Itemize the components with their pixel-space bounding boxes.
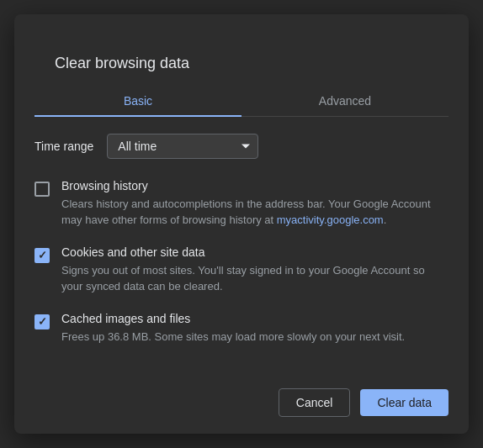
cookies-checkbox[interactable]: ✓ — [34, 248, 50, 263]
tab-bar: Basic Advanced — [34, 86, 448, 117]
time-range-select[interactable]: Last hour Last 24 hours Last 7 days Last… — [107, 134, 258, 159]
cached-title: Cached images and files — [61, 312, 448, 325]
time-range-row: Time range Last hour Last 24 hours Last … — [34, 134, 448, 159]
tab-advanced[interactable]: Advanced — [242, 86, 448, 116]
dialog-body: Time range Last hour Last 24 hours Last … — [14, 117, 469, 379]
browsing-history-checkbox[interactable] — [34, 182, 50, 197]
browsing-history-content: Browsing history Clears history and auto… — [61, 179, 448, 229]
browsing-history-title: Browsing history — [61, 179, 448, 192]
cancel-button[interactable]: Cancel — [279, 388, 351, 417]
cookies-item: ✓ Cookies and other site data Signs you … — [34, 245, 448, 295]
browsing-history-item: Browsing history Clears history and auto… — [34, 179, 448, 229]
cookies-title: Cookies and other site data — [61, 245, 448, 259]
cached-item: ✓ Cached images and files Frees up 36.8 … — [34, 312, 448, 345]
cookies-checkmark: ✓ — [38, 250, 47, 261]
clear-data-button[interactable]: Clear data — [360, 389, 448, 416]
cached-content: Cached images and files Frees up 36.8 MB… — [61, 312, 448, 345]
time-range-label: Time range — [34, 140, 93, 153]
cached-checkbox[interactable]: ✓ — [34, 314, 50, 329]
cookies-checkbox-wrapper[interactable]: ✓ — [34, 248, 50, 263]
tab-basic[interactable]: Basic — [34, 86, 242, 116]
browsing-history-checkbox-wrapper[interactable] — [34, 182, 50, 197]
cookies-content: Cookies and other site data Signs you ou… — [61, 245, 448, 295]
myactivity-link[interactable]: myactivity.google.com — [277, 213, 384, 226]
dialog-footer: Cancel Clear data — [14, 378, 469, 434]
browsing-history-desc: Clears history and autocompletions in th… — [61, 196, 448, 229]
cached-checkbox-wrapper[interactable]: ✓ — [34, 314, 50, 329]
cached-desc: Frees up 36.8 MB. Some sites may load mo… — [61, 329, 448, 345]
cookies-desc: Signs you out of most sites. You'll stay… — [61, 262, 448, 295]
cached-checkmark: ✓ — [38, 316, 47, 327]
time-range-select-wrapper[interactable]: Last hour Last 24 hours Last 7 days Last… — [107, 134, 258, 159]
clear-browsing-data-dialog: Clear browsing data Basic Advanced Time … — [14, 14, 469, 435]
dialog-title: Clear browsing data — [34, 34, 448, 72]
